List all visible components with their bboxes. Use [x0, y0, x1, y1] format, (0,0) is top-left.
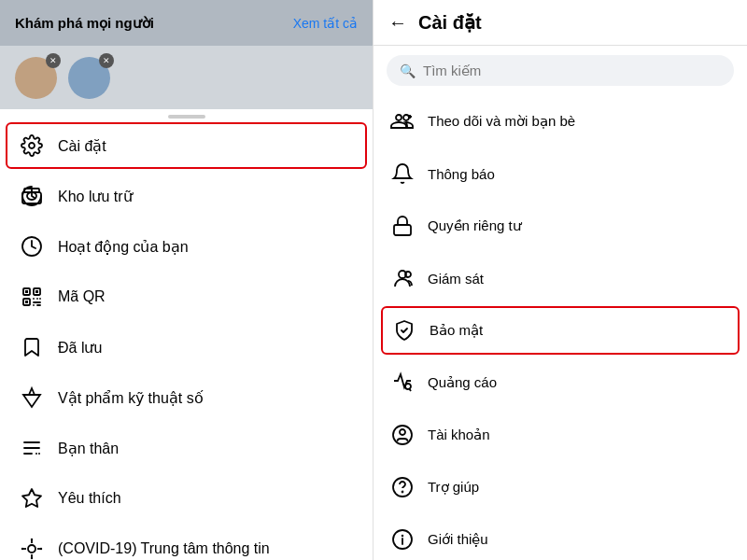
- left-panel: Khám phá mọi người Xem tất cả ✕ ✕ Cài đặ…: [0, 0, 374, 560]
- settings-label: Tài khoản: [428, 427, 490, 443]
- svg-point-18: [38, 453, 40, 455]
- menu-label: Vật phẩm kỹ thuật số: [58, 389, 204, 407]
- settings-item-quang-cao[interactable]: Quảng cáo: [374, 357, 747, 409]
- search-icon: 🔍: [400, 63, 416, 78]
- settings-item-quyen-rieng-tu[interactable]: Quyền riêng tư: [374, 200, 747, 252]
- svg-point-39: [402, 492, 403, 493]
- settings-label: Giám sát: [428, 271, 484, 287]
- settings-item-bao-mat[interactable]: Bảo mật: [381, 306, 740, 355]
- menu-item-covid[interactable]: (COVID-19) Trung tâm thông tin: [0, 524, 373, 560]
- bell-icon: [390, 161, 415, 186]
- menu-item-da-luu[interactable]: Đã lưu: [0, 322, 373, 372]
- menu-item-cai-dat[interactable]: Cài đặt: [6, 122, 367, 169]
- svg-point-35: [405, 384, 411, 389]
- svg-rect-31: [394, 225, 411, 235]
- help-icon: [390, 475, 415, 499]
- settings-item-giam-sat[interactable]: Giám sát: [374, 252, 747, 304]
- supervisor-icon: [390, 266, 415, 290]
- right-header: ← Cài đặt: [374, 0, 747, 46]
- svg-point-20: [28, 545, 35, 553]
- settings-label: Quảng cáo: [428, 374, 497, 391]
- gear-icon: [21, 134, 43, 157]
- close-icon[interactable]: ✕: [99, 53, 114, 68]
- settings-label: Quyền riêng tư: [428, 217, 522, 234]
- svg-marker-19: [22, 489, 41, 507]
- menu-label: Mã QR: [58, 288, 106, 305]
- right-panel-title: Cài đặt: [418, 11, 482, 34]
- settings-item-tro-giup[interactable]: Trợ giúp: [374, 461, 747, 513]
- settings-item-thong-bao[interactable]: Thông báo: [374, 147, 747, 200]
- settings-item-theo-doi[interactable]: Theo dõi và mời bạn bè: [374, 95, 747, 147]
- menu-item-kho-luu-tru[interactable]: Kho lưu trữ: [0, 171, 373, 221]
- avatar-item: ✕: [15, 57, 57, 99]
- svg-point-17: [35, 453, 37, 455]
- settings-label: Bảo mật: [430, 322, 483, 339]
- svg-point-25: [31, 539, 33, 540]
- menu-label: Đã lưu: [58, 339, 102, 357]
- svg-point-0: [29, 143, 35, 148]
- menu-label: Kho lưu trữ: [58, 188, 133, 205]
- svg-point-33: [405, 272, 411, 277]
- menu-item-ban-than[interactable]: Bạn thân: [0, 423, 373, 473]
- svg-point-27: [21, 548, 23, 550]
- menu-item-vat-pham[interactable]: Vật phẩm kỹ thuật số: [0, 372, 373, 423]
- drag-bar: [168, 115, 205, 119]
- back-button[interactable]: ←: [388, 12, 407, 34]
- menu-list: Cài đặt Kho lưu trữ: [0, 120, 373, 560]
- top-bar-title: Khám phá mọi người: [15, 15, 154, 32]
- menu-label: Hoạt động của bạn: [58, 238, 189, 256]
- qr-icon: [21, 286, 43, 308]
- friends-icon: [21, 437, 43, 459]
- lock-icon: [390, 214, 415, 238]
- menu-label: (COVID-19) Trung tâm thông tin: [58, 540, 270, 557]
- covid-icon: [21, 538, 43, 560]
- right-panel: ← Cài đặt 🔍 Theo dõi và mời bạn bè: [374, 0, 747, 560]
- menu-item-yeu-thich[interactable]: Yêu thích: [0, 473, 373, 524]
- ad-icon: [390, 371, 415, 395]
- bookmark-icon: [21, 336, 43, 358]
- search-input[interactable]: [423, 63, 721, 78]
- menu-label: Cài đặt: [58, 137, 106, 155]
- account-icon: [390, 423, 415, 447]
- close-icon[interactable]: ✕: [46, 53, 61, 68]
- svg-rect-5: [25, 290, 28, 293]
- svg-point-37: [400, 429, 405, 435]
- settings-label: Theo dõi và mời bạn bè: [428, 113, 575, 130]
- add-person-icon: [390, 109, 415, 133]
- drag-handle: [0, 109, 373, 120]
- avatar-row: ✕ ✕: [0, 46, 373, 109]
- info-icon: [390, 527, 415, 552]
- menu-label: Bạn thân: [58, 440, 119, 457]
- archive-icon: [21, 185, 43, 207]
- diamond-icon: [21, 386, 43, 409]
- settings-label: Giới thiệu: [428, 531, 488, 548]
- view-all-link[interactable]: Xem tất cả: [293, 16, 358, 31]
- top-bar: Khám phá mọi người Xem tất cả: [0, 0, 373, 46]
- settings-item-tai-khoan[interactable]: Tài khoản: [374, 409, 747, 461]
- settings-label: Trợ giúp: [428, 479, 479, 496]
- menu-item-hoat-dong[interactable]: Hoạt động của bạn: [0, 221, 373, 272]
- shield-icon: [392, 318, 416, 343]
- menu-item-ma-qr[interactable]: Mã QR: [0, 272, 373, 322]
- menu-label: Yêu thích: [58, 490, 121, 507]
- svg-point-26: [31, 557, 33, 559]
- settings-item-gioi-thieu[interactable]: Giới thiệu: [374, 513, 747, 560]
- activity-icon: [21, 235, 43, 258]
- svg-rect-6: [35, 290, 38, 293]
- avatar-item: ✕: [68, 57, 110, 99]
- svg-point-28: [40, 548, 42, 550]
- settings-list: Theo dõi và mời bạn bè Thông báo Quyền r…: [374, 95, 747, 560]
- search-bar: 🔍: [387, 55, 734, 86]
- svg-rect-7: [25, 301, 28, 303]
- star-icon: [21, 487, 43, 510]
- settings-label: Thông báo: [428, 166, 495, 182]
